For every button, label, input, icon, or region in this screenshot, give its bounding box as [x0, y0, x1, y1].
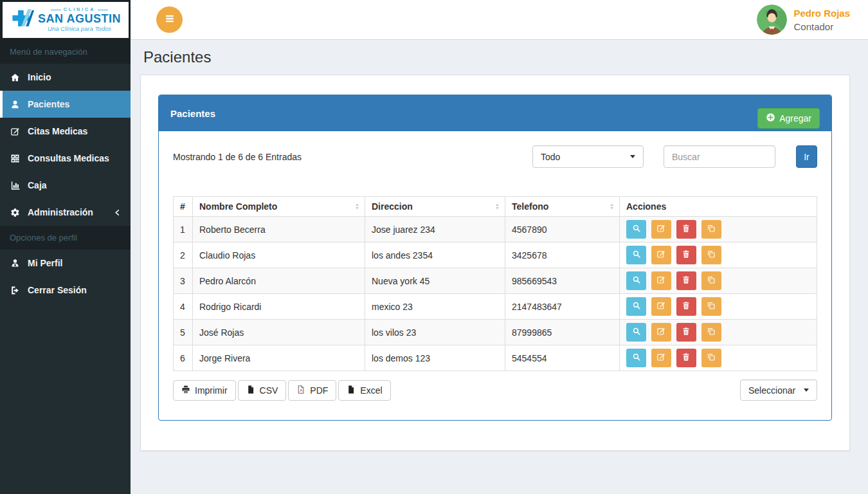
cell-nombre: Pedro Alarcón [193, 268, 365, 294]
cell-nombre: Rodrigo Ricardi [193, 294, 365, 320]
sidebar: CLINICA SAN AGUSTIN Una Clínica para Tod… [0, 0, 131, 494]
delete-button[interactable] [676, 220, 696, 239]
go-button[interactable]: Ir [796, 145, 817, 168]
sidebar-item-citas-medicas[interactable]: Citas Medicas [0, 118, 131, 145]
sidebar-toggle-button[interactable] [156, 6, 183, 33]
sort-icon [353, 202, 361, 211]
clinic-logo[interactable]: CLINICA SAN AGUSTIN Una Clínica para Tod… [0, 0, 131, 40]
controls-right: Todo Ir [532, 145, 817, 168]
cell-direccion: los andes 2354 [365, 242, 505, 268]
sort-icon [493, 202, 502, 211]
avatar [757, 5, 787, 35]
copy-button[interactable] [701, 349, 721, 367]
sidebar-item-administracion[interactable]: Administración [0, 199, 131, 226]
cell-nombre: Claudio Rojas [193, 242, 365, 268]
col-header-nombre[interactable]: Nombre Completo [193, 197, 365, 217]
cell-acciones [620, 320, 817, 345]
filter-select[interactable]: Todo [532, 145, 644, 168]
copy-icon [707, 275, 716, 286]
cell-num: 5 [174, 320, 193, 345]
delete-button[interactable] [676, 297, 696, 316]
print-button[interactable]: Imprimir [173, 380, 236, 401]
sidebar-item-pacientes[interactable]: Pacientes [0, 91, 131, 118]
copy-button[interactable] [701, 297, 721, 316]
search-input[interactable] [664, 145, 775, 168]
user-texts: Pedro Rojas Contador [793, 8, 850, 32]
copy-icon [707, 250, 716, 261]
table-row: 1 Roberto Becerra Jose juarez 234 456789… [174, 217, 817, 242]
caret-down-icon [804, 389, 809, 392]
file-icon [347, 385, 356, 396]
patients-table-wrap: # Nombre Completo Dire [173, 196, 817, 371]
delete-button[interactable] [676, 349, 696, 367]
cell-direccion: los vilos 23 [365, 320, 505, 345]
table-header-row: # Nombre Completo Dire [174, 197, 817, 217]
view-button[interactable] [626, 323, 646, 342]
copy-icon [707, 327, 716, 338]
sidebar-item-label: Mi Perfil [28, 258, 62, 268]
cell-acciones [620, 217, 817, 242]
edit-button[interactable] [651, 271, 671, 290]
excel-button[interactable]: Excel [338, 380, 390, 401]
cell-num: 3 [174, 268, 193, 294]
sidebar-item-cerrar-sesion[interactable]: Cerrar Sesión [0, 277, 131, 304]
chevron-left-icon [114, 209, 121, 216]
view-button[interactable] [626, 246, 646, 264]
view-button[interactable] [626, 349, 646, 367]
sidebar-nav-header: Menú de navegación [0, 40, 131, 64]
sidebar-item-label: Consultas Medicas [28, 153, 109, 163]
col-header-label: Direccion [372, 201, 413, 212]
footer-select[interactable]: Seleccionar [740, 380, 817, 401]
view-button[interactable] [626, 220, 646, 239]
edit-button[interactable] [651, 220, 671, 239]
col-header-direccion[interactable]: Direccion [365, 197, 505, 217]
sidebar-item-mi-perfil[interactable]: Mi Perfil [0, 250, 131, 277]
delete-button[interactable] [676, 271, 696, 290]
edit-button[interactable] [651, 349, 671, 367]
edit-icon [656, 327, 665, 338]
export-button-group: Imprimir CSV [173, 380, 391, 401]
sidebar-item-label: Caja [28, 180, 47, 190]
cell-telefono: 985669543 [505, 268, 620, 294]
topbar: Pedro Rojas Contador [131, 0, 868, 40]
plus-circle-icon [766, 113, 775, 124]
sidebar-item-caja[interactable]: Caja [0, 172, 131, 199]
view-button[interactable] [626, 271, 646, 290]
search-icon [632, 327, 641, 338]
copy-button[interactable] [701, 220, 721, 239]
add-patient-button[interactable]: Agregar [757, 108, 820, 129]
trash-icon [682, 327, 691, 338]
search-icon [632, 224, 641, 235]
gear-icon [10, 207, 21, 217]
delete-button[interactable] [676, 246, 696, 264]
cell-direccion: mexico 23 [365, 294, 505, 320]
edit-icon [656, 301, 665, 312]
app-root: CLINICA SAN AGUSTIN Una Clínica para Tod… [0, 0, 868, 494]
delete-button[interactable] [676, 323, 696, 342]
csv-button-label: CSV [260, 385, 278, 396]
copy-button[interactable] [701, 246, 721, 264]
edit-button[interactable] [651, 323, 671, 342]
cell-nombre: Jorge Rivera [193, 345, 365, 371]
sidebar-item-consultas-medicas[interactable]: Consultas Medicas [0, 145, 131, 172]
showing-entries-text: Mostrando 1 de 6 de 6 Entradas [173, 152, 302, 162]
pdf-button[interactable]: PDF [288, 380, 336, 401]
edit-icon [656, 275, 665, 286]
edit-button[interactable] [651, 246, 671, 264]
table-row: 3 Pedro Alarcón Nueva york 45 985669543 [174, 268, 817, 294]
print-button-label: Imprimir [195, 385, 228, 396]
col-header-telefono[interactable]: Telefono [505, 197, 620, 217]
patients-panel: Pacientes Agregar Mostrando 1 de 6 de 6 … [158, 95, 832, 421]
user-block[interactable]: Pedro Rojas Contador [757, 5, 850, 35]
sidebar-item-label: Administración [28, 207, 93, 217]
user-role: Contador [793, 21, 850, 32]
col-header-num: # [174, 197, 193, 217]
home-icon [10, 72, 21, 82]
bar-chart-icon [10, 180, 21, 190]
view-button[interactable] [626, 297, 646, 316]
copy-button[interactable] [701, 271, 721, 290]
sidebar-item-inicio[interactable]: Inicio [0, 64, 131, 91]
edit-button[interactable] [651, 297, 671, 316]
csv-button[interactable]: CSV [238, 380, 287, 401]
copy-button[interactable] [701, 323, 721, 342]
